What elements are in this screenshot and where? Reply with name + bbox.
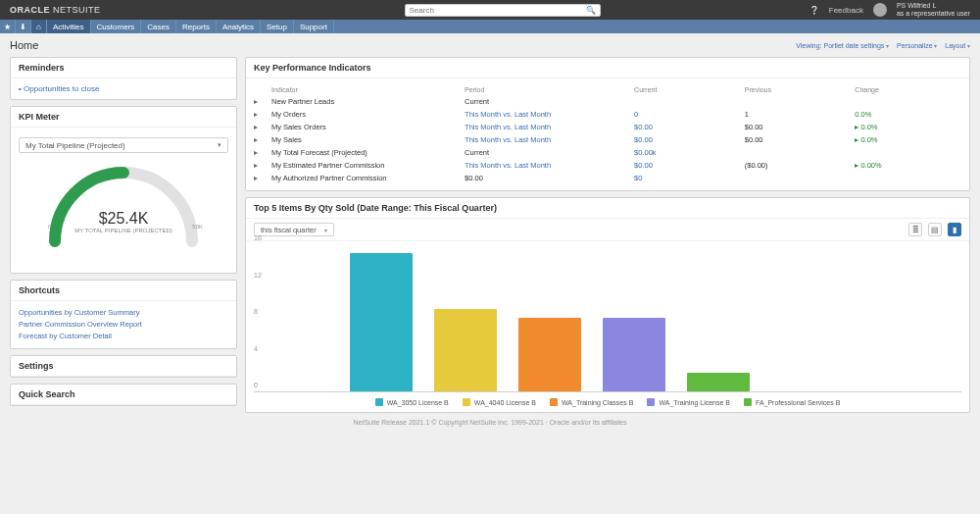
legend-label: WA_4040 License B — [474, 399, 536, 406]
kpi-indicator: My Total Forecast (Projected) — [271, 148, 461, 157]
chart-ytick: 12 — [254, 271, 262, 278]
kpi-change: ▸ 0.0% — [855, 123, 961, 131]
page-action[interactable]: Viewing: Portlet date settings — [796, 42, 889, 49]
chart-list-view-button[interactable]: ≣ — [908, 223, 922, 236]
page-action[interactable]: Layout — [945, 42, 970, 49]
kpi-period[interactable]: This Month vs. Last Month — [465, 135, 630, 144]
brand-bar: ORACLE NETSUITE 🔍 ❔ Feedback PS Wilfried… — [0, 0, 980, 20]
kpi-indicator: My Sales — [271, 135, 461, 144]
expand-icon[interactable]: ▸ — [254, 161, 268, 170]
nav-star-button[interactable]: ★ — [0, 20, 16, 33]
kpi-period[interactable]: This Month vs. Last Month — [465, 123, 630, 131]
kpi-col-header: Change — [855, 86, 961, 93]
kpi-meter-title: KPI Meter — [11, 107, 236, 128]
kpi-current[interactable]: $0.00k — [634, 148, 741, 157]
page-title: Home — [10, 39, 38, 51]
kpi-change: 0.0% — [855, 110, 961, 119]
kpi-row: ▸My Sales OrdersThis Month vs. Last Mont… — [254, 121, 961, 133]
chart-bar[interactable] — [350, 253, 413, 391]
top-items-panel: Top 5 Items By Qty Sold (Date Range: Thi… — [245, 197, 970, 413]
chart-bar[interactable] — [518, 318, 581, 391]
top-items-title: Top 5 Items By Qty Sold (Date Range: Thi… — [246, 198, 969, 219]
kpi-current[interactable]: $0.00 — [634, 123, 741, 131]
kpi-indicator: My Estimated Partner Commission — [271, 161, 461, 170]
kpi-col-header: Previous — [745, 86, 852, 93]
kpi-period[interactable]: This Month vs. Last Month — [465, 161, 630, 170]
kpi-indicator: New Partner Leads — [271, 97, 461, 106]
legend-item[interactable]: WA_Training License B — [647, 398, 730, 406]
nav-item-analytics[interactable]: Analytics — [217, 20, 261, 33]
legend-swatch — [647, 398, 655, 406]
search-icon: 🔍 — [586, 6, 596, 15]
nav-item-cases[interactable]: Cases — [141, 20, 176, 33]
quick-search-panel[interactable]: Quick Search — [10, 384, 237, 406]
kpi-gauge-value: $25.4K — [40, 210, 207, 228]
kpi-previous: ($0.00) — [745, 161, 852, 170]
reminders-title: Reminders — [11, 58, 236, 78]
chart-table-view-button[interactable]: ▤ — [928, 223, 942, 236]
help-link[interactable]: ❔ — [809, 6, 819, 15]
kpi-row: ▸My Estimated Partner CommissionThis Mon… — [254, 159, 961, 172]
top-items-range-label: this fiscal quarter — [261, 226, 317, 234]
chart-bar[interactable] — [603, 318, 665, 391]
nav-bar: ★ ⬇ ⌂ ActivitiesCustomersCasesReportsAna… — [0, 20, 980, 33]
kpi-current[interactable]: $0.00 — [634, 161, 741, 170]
chart-bar[interactable] — [434, 309, 497, 391]
chevron-down-icon: ▾ — [324, 227, 327, 233]
kpi-previous: $0.00 — [745, 135, 852, 144]
kpi-current[interactable]: 0 — [634, 110, 741, 119]
shortcut-link[interactable]: Opportunities by Customer Summary — [19, 307, 228, 319]
chart-ytick: 4 — [254, 344, 258, 351]
avatar[interactable] — [873, 3, 887, 17]
kpi-previous: 1 — [745, 110, 852, 119]
legend-item[interactable]: WA_Training Classes B — [550, 398, 633, 406]
legend-item[interactable]: WA_4040 License B — [463, 398, 536, 406]
top-items-range-select[interactable]: this fiscal quarter ▾ — [254, 223, 334, 236]
page-action[interactable]: Personalize — [897, 42, 937, 49]
expand-icon[interactable]: ▸ — [254, 174, 268, 182]
user-label[interactable]: PS Wilfried L as a representative user — [897, 2, 970, 17]
expand-icon[interactable]: ▸ — [254, 110, 268, 119]
shortcut-link[interactable]: Partner Commission Overview Report — [19, 319, 228, 331]
nav-item-activities[interactable]: Activities — [47, 20, 91, 33]
chart-ytick: 8 — [254, 308, 258, 315]
nav-arrow-button[interactable]: ⬇ — [16, 20, 31, 33]
search-input[interactable] — [410, 6, 586, 15]
kpi-meter-panel: KPI Meter My Total Pipeline (Projected) … — [10, 106, 237, 274]
chart-bar[interactable] — [687, 373, 750, 391]
nav-item-support[interactable]: Support — [294, 20, 334, 33]
kpi-current[interactable]: $0 — [634, 174, 741, 182]
nav-home-button[interactable]: ⌂ — [31, 20, 47, 33]
reminder-link[interactable]: • Opportunities to close — [19, 84, 228, 93]
legend-item[interactable]: FA_Professional Services B — [744, 398, 840, 406]
kpi-row: ▸My Total Forecast (Projected)Current$0.… — [254, 146, 961, 159]
footer-text: NetSuite Release 2021.1 © Copyright NetS… — [10, 419, 970, 426]
chart-area: 0481216 — [254, 245, 961, 392]
kpi-row: ▸New Partner LeadsCurrent — [254, 95, 961, 108]
expand-icon[interactable]: ▸ — [254, 123, 268, 131]
nav-item-reports[interactable]: Reports — [176, 20, 217, 33]
legend-item[interactable]: WA_3050 License B — [375, 398, 449, 406]
legend-swatch — [463, 398, 470, 406]
shortcut-link[interactable]: Forecast by Customer Detail — [19, 331, 228, 342]
settings-panel[interactable]: Settings — [10, 355, 237, 378]
global-search[interactable]: 🔍 — [405, 4, 601, 17]
feedback-link[interactable]: Feedback — [829, 6, 863, 15]
chart-ytick: 0 — [254, 382, 258, 388]
kpi-period: Current — [465, 97, 630, 106]
kpi-col-header: Current — [634, 86, 741, 93]
brand-product: NETSUITE — [53, 5, 101, 15]
kpi-meter-select[interactable]: My Total Pipeline (Projected) ▾ — [19, 137, 228, 153]
expand-icon[interactable]: ▸ — [254, 135, 268, 144]
kpi-gauge-min: 0 — [48, 224, 51, 230]
kpi-panel: Key Performance Indicators IndicatorPeri… — [245, 57, 970, 191]
nav-item-customers[interactable]: Customers — [91, 20, 142, 33]
expand-icon[interactable]: ▸ — [254, 148, 268, 157]
settings-title: Settings — [11, 356, 236, 377]
kpi-current[interactable]: $0.00 — [634, 135, 741, 144]
nav-item-setup[interactable]: Setup — [261, 20, 294, 33]
chart-bar-view-button[interactable]: ▮ — [948, 223, 961, 236]
kpi-period[interactable]: This Month vs. Last Month — [465, 110, 630, 119]
expand-icon[interactable]: ▸ — [254, 97, 268, 106]
kpi-indicator: My Authorized Partner Commission — [271, 174, 461, 182]
